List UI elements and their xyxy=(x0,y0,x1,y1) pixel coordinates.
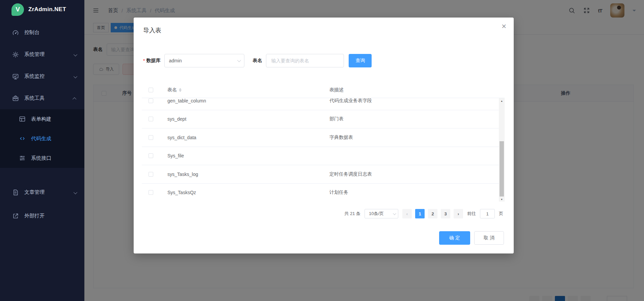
sidebar-item-label: 系统接口 xyxy=(31,155,51,161)
sidebar-item-system-monitor[interactable]: 系统监控 xyxy=(0,65,84,87)
chevron-down-icon xyxy=(393,212,396,215)
dashboard-icon xyxy=(12,29,19,36)
row-checkbox[interactable] xyxy=(149,172,153,177)
close-icon[interactable]: × xyxy=(502,22,506,30)
table-row[interactable]: gen_table_column 代码生成业务表字段 xyxy=(142,98,499,110)
query-button[interactable]: 查询 xyxy=(349,54,372,67)
sort-caret-icon[interactable] xyxy=(179,88,182,92)
goto-label: 前往 xyxy=(467,211,476,217)
sidebar-item-external-open[interactable]: 外部打开 xyxy=(0,205,84,227)
column-header-table-name[interactable]: 表名 xyxy=(167,87,177,93)
row-checkbox[interactable] xyxy=(149,135,153,140)
app-logo[interactable]: V ZrAdmin.NET xyxy=(0,0,84,19)
sliders-icon xyxy=(19,155,26,161)
logo-badge-icon: V xyxy=(11,3,24,16)
row-checkbox[interactable] xyxy=(149,117,153,121)
cell-table-name: Sys_TasksQz xyxy=(167,190,329,195)
monitor-icon xyxy=(12,73,19,80)
row-checkbox[interactable] xyxy=(149,153,153,158)
sidebar-menu: 控制台 系统管理 系统监控 系统工具 表单构建 xyxy=(0,19,84,227)
database-select-value: admin xyxy=(169,58,182,63)
sidebar-item-system-api[interactable]: 系统接口 xyxy=(0,148,84,168)
sidebar-item-label: 外部打开 xyxy=(24,213,45,219)
external-link-icon xyxy=(12,213,19,219)
cell-table-desc: 定时任务调度日志表 xyxy=(329,171,499,177)
dialog-table-body: gen_table_column 代码生成业务表字段 sys_dept 部门表 … xyxy=(142,98,499,202)
dialog-table-scroll-area: gen_table_column 代码生成业务表字段 sys_dept 部门表 … xyxy=(142,98,505,202)
toolbox-icon xyxy=(12,95,19,102)
goto-unit: 页 xyxy=(499,211,503,217)
app-title: ZrAdmin.NET xyxy=(28,6,66,13)
database-label: 数据库 xyxy=(146,58,160,64)
row-checkbox[interactable] xyxy=(149,98,153,103)
chevron-down-icon xyxy=(74,189,76,195)
dialog-pagination: 共 21 条 10条/页 ‹ 1 2 3 › 前往 页 xyxy=(344,209,503,218)
gear-icon xyxy=(12,51,19,58)
sidebar-item-code-generator[interactable]: 代码生成 xyxy=(0,129,84,148)
cell-table-desc: 计划任务 xyxy=(329,189,499,195)
page-button-1[interactable]: 1 xyxy=(415,209,425,218)
dialog-table-header: 表名 表描述 xyxy=(142,82,505,98)
pagination-total: 共 21 条 xyxy=(344,211,360,217)
table-name-label: 表名 xyxy=(252,58,262,64)
dialog-footer: 确 定 取 消 xyxy=(439,231,504,245)
cell-table-name: sys_dept xyxy=(167,116,329,122)
sidebar-item-label: 系统管理 xyxy=(24,51,45,58)
dialog-title: 导入表 xyxy=(143,26,161,34)
row-checkbox[interactable] xyxy=(149,190,153,195)
column-header-table-desc: 表描述 xyxy=(329,87,505,93)
dialog-query-form: * 数据库 admin 表名 查询 xyxy=(143,54,372,67)
confirm-button[interactable]: 确 定 xyxy=(439,231,470,245)
chevron-down-icon xyxy=(74,73,76,79)
scrollbar: ▲ ▼ xyxy=(499,98,505,202)
code-icon xyxy=(19,135,26,142)
form-grid-icon xyxy=(19,116,26,122)
required-mark: * xyxy=(143,58,145,63)
page-size-select[interactable]: 10条/页 xyxy=(365,209,398,218)
page-button-3[interactable]: 3 xyxy=(441,209,450,218)
prev-page-button[interactable]: ‹ xyxy=(402,209,412,218)
cell-table-desc: 代码生成业务表字段 xyxy=(329,98,499,104)
pager-group: ‹ 1 2 3 › xyxy=(402,209,463,218)
page-size-value: 10条/页 xyxy=(369,211,384,217)
table-name-query-input[interactable] xyxy=(266,54,344,67)
table-row[interactable]: Sys_file xyxy=(142,147,499,165)
sidebar-item-label: 系统监控 xyxy=(24,73,45,80)
cell-table-desc: 字典数据表 xyxy=(329,134,499,141)
chevron-down-icon xyxy=(74,52,76,57)
scroll-up-icon[interactable]: ▲ xyxy=(499,98,505,103)
sidebar-item-dashboard[interactable]: 控制台 xyxy=(0,22,84,43)
document-icon xyxy=(12,189,19,196)
cell-table-desc: 部门表 xyxy=(329,116,499,122)
cell-table-name: sys_dict_data xyxy=(167,135,329,140)
table-row[interactable]: sys_dept 部门表 xyxy=(142,110,499,129)
table-row[interactable]: sys_Tasks_log 定时任务调度日志表 xyxy=(142,165,499,184)
sidebar-item-article-manage[interactable]: 文章管理 xyxy=(0,181,84,203)
table-row[interactable]: sys_dict_data 字典数据表 xyxy=(142,128,499,147)
cell-table-name: sys_Tasks_log xyxy=(167,172,329,177)
cell-table-name: Sys_file xyxy=(167,153,329,158)
sidebar-item-system-manage[interactable]: 系统管理 xyxy=(0,43,84,65)
select-all-checkbox[interactable] xyxy=(149,88,153,92)
sidebar-item-label: 文章管理 xyxy=(24,189,45,195)
sidebar-item-label: 代码生成 xyxy=(31,136,51,142)
sidebar-item-label: 控制台 xyxy=(24,29,39,36)
page-button-2[interactable]: 2 xyxy=(428,209,437,218)
sidebar-item-label: 系统工具 xyxy=(24,95,45,101)
goto-page-input[interactable] xyxy=(480,209,495,218)
scrollbar-thumb[interactable] xyxy=(500,141,504,197)
chevron-up-icon xyxy=(74,95,76,101)
cancel-button[interactable]: 取 消 xyxy=(474,231,504,245)
app-window: V ZrAdmin.NET 控制台 系统管理 系统监控 系统工具 xyxy=(0,0,644,301)
sidebar-item-system-tools[interactable]: 系统工具 xyxy=(0,87,84,109)
next-page-button[interactable]: › xyxy=(454,209,463,218)
sidebar: V ZrAdmin.NET 控制台 系统管理 系统监控 系统工具 xyxy=(0,0,84,301)
database-select[interactable]: admin xyxy=(164,54,244,67)
sidebar-item-label: 表单构建 xyxy=(31,116,51,122)
scroll-down-icon[interactable]: ▼ xyxy=(499,197,505,202)
sidebar-submenu-tools: 表单构建 代码生成 系统接口 xyxy=(0,109,84,168)
table-row[interactable]: Sys_TasksQz 计划任务 xyxy=(142,184,499,202)
chevron-down-icon xyxy=(237,58,241,62)
cell-table-name: gen_table_column xyxy=(167,98,329,103)
sidebar-item-form-builder[interactable]: 表单构建 xyxy=(0,109,84,129)
